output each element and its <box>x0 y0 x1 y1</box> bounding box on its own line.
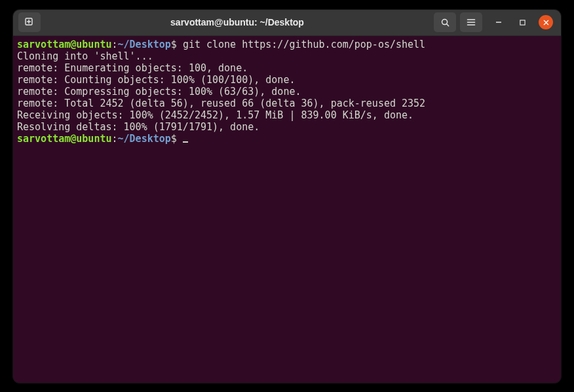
svg-rect-7 <box>520 20 524 24</box>
menu-button[interactable] <box>460 12 482 32</box>
window-controls <box>491 15 553 29</box>
window-title: sarvottam@ubuntu: ~/Desktop <box>45 17 430 27</box>
prompt-sep: : <box>112 133 118 145</box>
command-line: git clone https://github.com/pop-os/shel… <box>183 39 425 50</box>
new-tab-button[interactable] <box>18 12 41 32</box>
maximize-icon <box>520 20 526 26</box>
close-icon <box>543 20 549 26</box>
svg-line-2 <box>446 24 448 26</box>
titlebar: sarvottam@ubuntu: ~/Desktop <box>13 10 561 36</box>
new-tab-icon <box>24 17 35 27</box>
terminal-body[interactable]: sarvottam@ubuntu:~/Desktop$ git clone ht… <box>13 36 561 383</box>
prompt-path: ~/Desktop <box>118 133 171 145</box>
search-button[interactable] <box>434 12 456 32</box>
output-line: remote: Total 2452 (delta 56), reused 66… <box>17 98 425 109</box>
minimize-button[interactable] <box>491 15 506 29</box>
minimize-icon <box>495 19 502 26</box>
output-line: remote: Counting objects: 100% (100/100)… <box>17 74 295 86</box>
prompt-symbol: $ <box>171 39 177 50</box>
close-button[interactable] <box>539 15 553 29</box>
cursor <box>183 141 188 143</box>
output-line: Resolving deltas: 100% (1791/1791), done… <box>17 121 259 133</box>
prompt-symbol: $ <box>171 133 177 145</box>
output-line: remote: Compressing objects: 100% (63/63… <box>17 86 301 98</box>
prompt-user: sarvottam@ubuntu <box>17 133 112 145</box>
prompt-sep: : <box>112 39 118 50</box>
output-line: Receiving objects: 100% (2452/2452), 1.5… <box>17 109 413 121</box>
prompt-user: sarvottam@ubuntu <box>17 39 112 50</box>
maximize-button[interactable] <box>515 15 529 29</box>
output-line: Cloning into 'shell'... <box>17 50 153 62</box>
search-icon <box>440 18 450 27</box>
prompt-path: ~/Desktop <box>118 39 171 50</box>
terminal-window: sarvottam@ubuntu: ~/Desktop <box>13 10 561 383</box>
output-line: remote: Enumerating objects: 100, done. <box>17 62 248 74</box>
hamburger-icon <box>467 18 476 27</box>
